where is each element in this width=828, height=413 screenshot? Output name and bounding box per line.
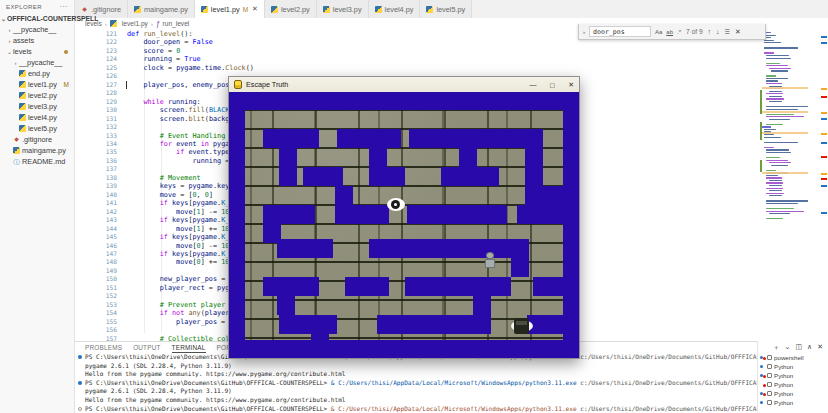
terminal-icon <box>767 382 772 387</box>
code-line[interactable]: 125 clock = pygame.time.Clock() <box>75 64 828 72</box>
close-find-icon[interactable]: ✕ <box>735 28 741 36</box>
explorer-item-maingame-py[interactable]: maingame.py <box>0 145 74 156</box>
explorer-item-level3-py[interactable]: level3.py <box>0 101 74 112</box>
tab-level3-py[interactable]: level3.py <box>317 0 369 18</box>
maze-wall <box>409 129 527 148</box>
line-number: 151 <box>75 284 117 292</box>
tab-level5-py[interactable]: level5.py <box>420 0 472 18</box>
ruler-mark <box>821 88 827 90</box>
breadcrumb-file[interactable]: level1.py <box>122 20 148 27</box>
session-python[interactable]: Python <box>758 380 828 389</box>
breadcrumb-separator: › <box>151 21 153 27</box>
panel-tab-output[interactable]: OUTPUT <box>133 344 160 353</box>
code-line[interactable]: 123 score = 0 <box>75 47 828 55</box>
git-modified-badge: M <box>64 81 69 88</box>
py-file-icon <box>426 6 433 13</box>
find-input[interactable]: door_pos <box>589 26 651 37</box>
minimap-line <box>764 147 774 148</box>
minimap-line <box>766 75 776 76</box>
explorer-item-assets[interactable]: ›assets <box>0 35 74 46</box>
explorer-more-icon[interactable]: ··· <box>60 3 68 10</box>
minimap-line <box>766 170 776 171</box>
terminal-dropdown-icon[interactable]: ⌄ <box>785 343 791 353</box>
minimap-line <box>764 42 781 43</box>
maze-wall <box>277 277 295 315</box>
previous-match-icon[interactable]: ↑ <box>708 28 712 35</box>
maze-wall <box>377 315 473 334</box>
python-file-icon <box>110 20 117 27</box>
line-number: 147 <box>75 250 117 258</box>
explorer-item-end-py[interactable]: end.py <box>0 68 74 79</box>
text-cursor <box>126 81 127 89</box>
minimize-icon[interactable]: — <box>529 81 536 88</box>
minimap-line <box>766 98 784 99</box>
line-number: 136 <box>75 157 117 165</box>
session-python[interactable]: Python <box>758 398 828 407</box>
toggle-replace-icon[interactable]: › <box>579 29 589 35</box>
maximize-icon[interactable]: ▢ <box>549 81 555 88</box>
find-in-selection-icon[interactable]: ☰ <box>725 28 730 35</box>
close-tab-icon[interactable]: ✕ <box>252 5 258 13</box>
session-powershell[interactable]: powershell <box>758 353 828 362</box>
maze-wall <box>511 239 529 277</box>
tab-level4-py[interactable]: level4.py <box>369 0 421 18</box>
maze-wall <box>353 205 389 224</box>
explorer-item-level5-py[interactable]: level5.py <box>0 123 74 134</box>
session-info-dot <box>760 365 763 368</box>
regex-icon[interactable]: .* <box>677 29 681 35</box>
explorer-item-readme-md[interactable]: ⓘREADME.md <box>0 156 74 167</box>
breadcrumb-separator: › <box>105 21 107 27</box>
close-icon[interactable]: ✕ <box>568 81 574 89</box>
command-pending-dot <box>78 407 82 411</box>
tab-level2-py[interactable]: level2.py <box>265 0 317 18</box>
tab-level1-py[interactable]: level1.pyM✕ <box>195 0 265 18</box>
game-window[interactable]: Escape Truth — ▢ ✕ <box>228 76 580 359</box>
explorer-root-folder[interactable]: ⌄OFFFICAL-COUNTERSPELL <box>0 13 74 24</box>
ruler-mark <box>821 133 827 135</box>
overview-ruler[interactable] <box>819 30 827 330</box>
explorer-item--gitignore[interactable]: ◆.gitignore <box>0 134 74 145</box>
explorer-item--pycache-[interactable]: ›__pycache__ <box>0 24 74 35</box>
new-terminal-icon[interactable]: ＋ <box>773 343 780 353</box>
tab-maingame-py[interactable]: maingame.py <box>128 0 195 18</box>
match-case-icon[interactable]: Aa <box>655 29 662 35</box>
line-number: 152 <box>75 292 117 300</box>
maze-wall <box>279 148 297 186</box>
session-error-dot <box>763 384 766 387</box>
close-panel-icon[interactable]: ✕ <box>817 343 823 353</box>
ruler-mark <box>821 156 827 158</box>
game-canvas[interactable] <box>229 92 579 358</box>
breadcrumb-symbol[interactable]: run_level <box>163 20 190 27</box>
whole-word-icon[interactable]: ab <box>666 29 673 35</box>
explorer-item--pycache-[interactable]: ›__pycache__ <box>0 57 74 68</box>
line-number: 153 <box>75 301 117 309</box>
terminal-icon <box>767 391 772 396</box>
minimap-line <box>766 218 783 219</box>
maximize-panel-icon[interactable]: ∧ <box>807 343 812 353</box>
minimap-line <box>766 116 803 117</box>
split-terminal-icon[interactable]: ◫ <box>795 343 802 353</box>
panel-tab-problems[interactable]: PROBLEMS <box>85 344 122 353</box>
minimap[interactable] <box>762 30 808 240</box>
session-python[interactable]: Python <box>758 371 828 380</box>
session-python[interactable]: Python <box>758 389 828 398</box>
minimap-line <box>771 165 788 166</box>
next-match-icon[interactable]: ↓ <box>716 28 720 35</box>
ghost-sprite <box>485 252 495 268</box>
game-title-bar[interactable]: Escape Truth — ▢ ✕ <box>229 77 579 92</box>
panel-tab-terminal[interactable]: TERMINAL <box>172 344 206 353</box>
info-file-icon: ⓘ <box>13 158 20 165</box>
minimap-line <box>769 185 783 186</box>
minimap-line <box>766 188 783 189</box>
explorer-item-level2-py[interactable]: level2.py <box>0 90 74 101</box>
line-number: 130 <box>75 106 117 114</box>
py-file-icon <box>19 114 26 121</box>
explorer-item-level4-py[interactable]: level4.py <box>0 112 74 123</box>
maze-wall <box>263 129 319 148</box>
session-python[interactable]: Python <box>758 362 828 371</box>
terminal-line: Hello from the pygame community. https:/… <box>85 396 345 403</box>
code-line[interactable]: 124 running = True <box>75 55 828 63</box>
explorer-item-levels[interactable]: ⌄levels <box>0 46 74 57</box>
explorer-item-level1-py[interactable]: level1.pyM <box>0 79 74 90</box>
minimap-line <box>766 106 807 107</box>
